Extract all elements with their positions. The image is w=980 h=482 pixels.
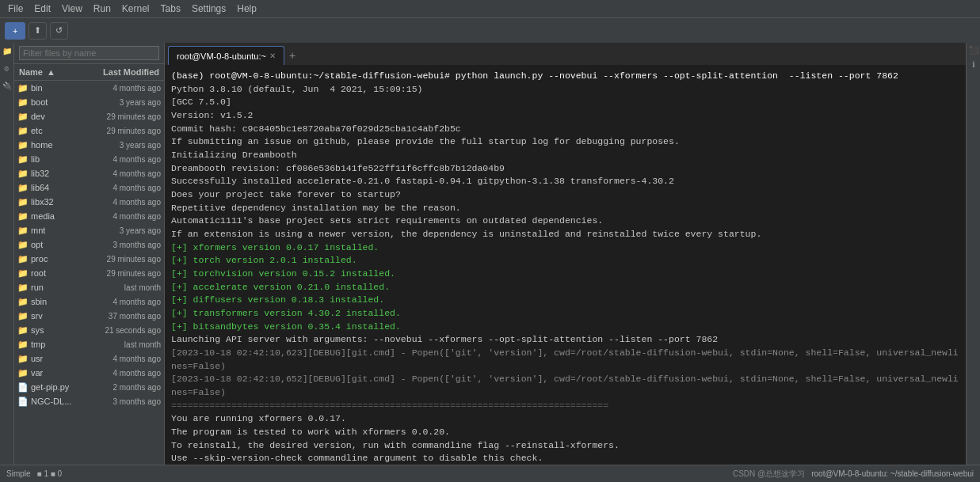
item-name: var — [31, 368, 97, 378]
folder-icon: 📁 — [17, 154, 29, 165]
sidebar-search-container — [14, 43, 164, 64]
main-layout: 📁 ⚙ 🔌 Name ▲ Last Modified 📁bin4 months … — [0, 43, 980, 465]
terminal-line: (base) root@VM-0-8-ubuntu:~/stable-diffu… — [171, 70, 959, 83]
sidebar-item[interactable]: 📁var4 months ago — [14, 366, 164, 380]
item-date: 29 minutes ago — [97, 127, 161, 135]
menu-item-kernel[interactable]: Kernel — [117, 2, 154, 16]
right-icon-strip: ⬛ ℹ — [966, 43, 980, 465]
terminal-line: [+] bitsandbytes version 0.35.4 installe… — [171, 321, 959, 334]
terminal-line: [+] torchvision version 0.15.2 installed… — [171, 268, 959, 281]
item-date: 29 minutes ago — [97, 112, 161, 121]
name-column-header: Name ▲ — [19, 67, 88, 77]
folder-icon: 📁 — [17, 83, 29, 93]
info-icon[interactable]: ℹ — [972, 60, 975, 70]
settings-icon-strip[interactable]: ⚙ — [2, 63, 13, 74]
sidebar-item[interactable]: 📄NGC-DL...3 months ago — [14, 394, 164, 408]
item-date: 4 months ago — [97, 298, 161, 306]
terminal-line: If an extension is using a newer version… — [171, 228, 959, 241]
sidebar-item[interactable]: 📁dev29 minutes ago — [14, 109, 164, 123]
sidebar-item[interactable]: 📁tmplast month — [14, 337, 164, 351]
item-name: home — [31, 140, 97, 150]
item-name: media — [31, 211, 97, 221]
sidebar-item[interactable]: 📁boot3 years ago — [14, 95, 164, 109]
item-name: libx32 — [31, 197, 97, 207]
sidebar-item[interactable]: 📄get-pip.py2 months ago — [14, 380, 164, 394]
sidebar-item[interactable]: 📁runlast month — [14, 280, 164, 294]
sidebar-item[interactable]: 📁opt3 months ago — [14, 237, 164, 252]
terminal-line: Successfully installed accelerate-0.21.0… — [171, 175, 959, 188]
sidebar-item[interactable]: 📁media4 months ago — [14, 209, 164, 223]
item-name: srv — [31, 311, 97, 321]
sidebar-item[interactable]: 📁mnt3 years ago — [14, 223, 164, 237]
item-date: 3 years ago — [97, 226, 161, 235]
sidebar-item[interactable]: 📁lib324 months ago — [14, 166, 164, 180]
item-date: 4 months ago — [97, 184, 161, 192]
item-name: get-pip.py — [31, 382, 97, 392]
new-launcher-button[interactable]: + — [5, 22, 25, 40]
menu-item-view[interactable]: View — [57, 2, 87, 16]
folder-icon-strip[interactable]: 📁 — [2, 46, 13, 57]
left-icon-strip: 📁 ⚙ 🔌 — [0, 43, 14, 465]
menu-item-edit[interactable]: Edit — [29, 2, 55, 16]
modified-column-header: Last Modified — [88, 67, 159, 77]
menu-item-help[interactable]: Help — [232, 2, 261, 16]
folder-icon: 📁 — [17, 283, 29, 293]
sidebar-item[interactable]: 📁home3 years ago — [14, 138, 164, 152]
item-name: proc — [31, 254, 97, 264]
extension-icon-strip[interactable]: 🔌 — [2, 81, 13, 92]
sidebar-item[interactable]: 📁usr4 months ago — [14, 351, 164, 366]
item-date: 3 months ago — [97, 397, 161, 406]
item-name: opt — [31, 240, 97, 249]
search-input[interactable] — [19, 46, 159, 60]
item-date: 29 minutes ago — [97, 255, 161, 264]
menu-item-run[interactable]: Run — [89, 2, 116, 16]
item-date: 4 months ago — [97, 198, 161, 207]
sidebar-item[interactable]: 📁libx324 months ago — [14, 195, 164, 209]
terminal-line: The program is tested to work with xform… — [171, 426, 959, 439]
sidebar-item[interactable]: 📁lib4 months ago — [14, 152, 164, 166]
terminal-icon[interactable]: ⬛ — [969, 46, 978, 55]
terminal-tab[interactable]: root@VM-0-8-ubuntu:~ ✕ — [168, 46, 284, 65]
sidebar-item[interactable]: 📁etc29 minutes ago — [14, 123, 164, 138]
terminal-line: Does your project take forever to startu… — [171, 188, 959, 202]
menu-item-file[interactable]: File — [3, 2, 28, 16]
folder-icon: 📁 — [17, 240, 29, 250]
sidebar-item[interactable]: 📁bin4 months ago — [14, 81, 164, 95]
menu-item-tabs[interactable]: Tabs — [156, 2, 185, 16]
item-date: last month — [97, 283, 161, 292]
item-date: 4 months ago — [97, 84, 161, 93]
sidebar-header: Name ▲ Last Modified — [14, 64, 164, 81]
upload-button[interactable]: ⬆ — [29, 22, 47, 40]
item-date: 4 months ago — [97, 369, 161, 378]
item-name: bin — [31, 83, 97, 93]
menu-item-settings[interactable]: Settings — [187, 2, 231, 16]
sidebar-item[interactable]: 📁proc29 minutes ago — [14, 252, 164, 266]
tab-bar: root@VM-0-8-ubuntu:~ ✕ + — [165, 43, 966, 65]
sidebar-item[interactable]: 📁sys21 seconds ago — [14, 323, 164, 337]
file-icon: 📄 — [17, 382, 29, 393]
tab-close-icon[interactable]: ✕ — [269, 51, 276, 60]
add-tab-button[interactable]: + — [286, 46, 299, 65]
folder-icon: 📁 — [17, 140, 29, 150]
item-name: tmp — [31, 340, 97, 349]
item-date: 4 months ago — [97, 155, 161, 164]
item-name: run — [31, 283, 97, 292]
sidebar-item[interactable]: 📁srv37 months ago — [14, 309, 164, 323]
refresh-button[interactable]: ↺ — [50, 22, 68, 40]
folder-icon: 📁 — [17, 226, 29, 236]
terminal-line: [+] accelerate version 0.21.0 installed. — [171, 281, 959, 294]
terminal[interactable]: (base) root@VM-0-8-ubuntu:~/stable-diffu… — [165, 65, 966, 465]
folder-icon: 📁 — [17, 340, 29, 350]
item-name: mnt — [31, 226, 97, 235]
item-name: sys — [31, 325, 97, 335]
folder-icon: 📁 — [17, 297, 29, 307]
sidebar-item[interactable]: 📁root29 minutes ago — [14, 266, 164, 280]
sidebar: Name ▲ Last Modified 📁bin4 months ago📁bo… — [14, 43, 165, 465]
sidebar-item[interactable]: 📁sbin4 months ago — [14, 294, 164, 309]
item-name: NGC-DL... — [31, 397, 97, 406]
terminal-line: [GCC 7.5.0] — [171, 96, 959, 109]
folder-icon: 📁 — [17, 325, 29, 336]
status-icons: ■ 1 ■ 0 — [37, 469, 63, 478]
item-name: etc — [31, 126, 97, 135]
sidebar-item[interactable]: 📁lib644 months ago — [14, 180, 164, 195]
